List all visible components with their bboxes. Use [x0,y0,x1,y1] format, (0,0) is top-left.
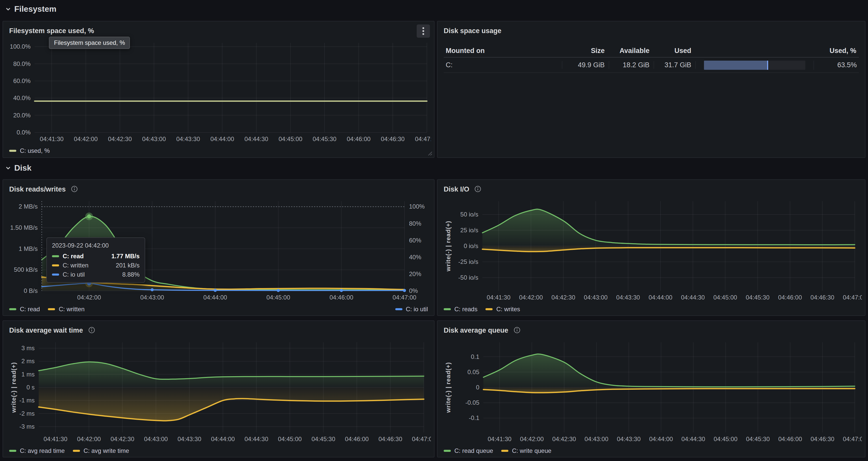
disk-average-wait-time-chart[interactable]: 04:41:3004:42:0004:42:3004:43:0004:43:30… [7,337,431,445]
svg-text:-25 io/s: -25 io/s [458,258,478,265]
panel-filesystem-space-used: Filesystem space used, % 04:41:3004:42:0… [3,21,435,158]
svg-text:04:47:00: 04:47:00 [843,294,862,301]
disk-average-queue-chart[interactable]: 04:41:3004:42:0004:42:3004:43:0004:43:30… [442,337,862,445]
info-icon[interactable] [71,185,78,192]
legend-item[interactable]: C: writes [486,306,520,313]
table-row[interactable]: C: 49.9 GiB 18.2 GiB 31.7 GiB 63.5% [444,58,859,73]
column-header-used-pct[interactable]: Used, % [814,47,859,54]
svg-text:-3 ms: -3 ms [19,423,35,430]
legend-label: C: read queue [454,447,493,454]
svg-text:04:42:30: 04:42:30 [111,435,134,442]
usage-bar-track [704,60,805,69]
svg-text:04:43:00: 04:43:00 [585,435,608,442]
svg-text:04:43:00: 04:43:00 [144,435,167,442]
svg-text:04:46:30: 04:46:30 [378,435,402,442]
chevron-down-icon [5,6,11,12]
section-header-disk[interactable]: Disk [5,163,32,173]
legend-item[interactable]: C: avg write time [73,447,129,454]
panel-title: Disk average queue [444,326,508,334]
svg-text:04:42:30: 04:42:30 [551,294,575,301]
svg-text:04:45:30: 04:45:30 [312,135,336,142]
legend-chip [9,450,16,452]
svg-text:04:47:00: 04:47:00 [415,135,431,142]
svg-text:04:47:00: 04:47:00 [393,294,416,301]
panel-resize-handle[interactable] [428,151,432,156]
info-icon[interactable] [474,185,482,192]
chevron-down-icon [5,165,11,171]
svg-text:0 B/s: 0 B/s [24,287,38,294]
tooltip-series-label: C: written [63,262,107,269]
svg-text:40%: 40% [409,254,421,260]
svg-text:50 io/s: 50 io/s [460,211,478,218]
legend-item[interactable]: C: read queue [444,447,493,454]
legend-item[interactable]: C: read [9,306,40,313]
svg-text:04:45:00: 04:45:00 [278,435,302,442]
svg-text:04:44:30: 04:44:30 [681,435,705,442]
tooltip-series-value: 201 kB/s [116,262,140,269]
tooltip-series-row: C: read1.77 MB/s [52,253,140,260]
info-icon[interactable] [88,327,95,334]
svg-text:04:44:30: 04:44:30 [245,135,268,142]
chart-legend: C: readsC: writes [438,303,865,318]
panel-header[interactable]: Disk space usage [438,21,865,38]
legend-chip [395,308,402,310]
legend-item[interactable]: C: reads [444,306,477,313]
panel-menu-button[interactable] [417,25,430,38]
svg-text:04:41:30: 04:41:30 [488,435,512,442]
legend-label: C: written [59,306,85,313]
tooltip-series-chip [52,274,59,276]
cell-used: 31.7 GiB [654,61,696,69]
section-header-filesystem[interactable]: Filesystem [5,5,56,14]
svg-text:04:46:30: 04:46:30 [381,135,404,142]
column-header-size[interactable]: Size [562,47,609,54]
chart-legend: C: avg read timeC: avg write time [3,445,434,460]
panel-title-tooltip: Filesystem space used, % [49,37,130,49]
column-header-available[interactable]: Available [609,47,654,54]
legend-chip [48,308,55,310]
legend-item[interactable]: C: written [48,306,85,313]
svg-text:04:45:30: 04:45:30 [746,435,770,442]
svg-text:04:41:30: 04:41:30 [43,435,67,442]
legend-item[interactable]: C: avg read time [9,447,65,454]
legend-label: C: writes [496,306,520,313]
panel-header[interactable]: Disk reads/writes [3,180,434,196]
svg-text:80.0%: 80.0% [13,60,31,67]
panel-header[interactable]: Disk average queue [438,321,865,337]
svg-text:-2 ms: -2 ms [19,410,35,417]
panel-header[interactable]: Disk average wait time [3,321,434,337]
legend-item[interactable]: C: write queue [501,447,551,454]
svg-text:04:42:00: 04:42:00 [519,294,543,301]
legend-item[interactable]: C: io util [395,306,428,313]
svg-text:25 io/s: 25 io/s [460,227,478,234]
svg-text:1 MB/s: 1 MB/s [19,245,38,252]
svg-text:write(-) | read(+): write(-) | read(+) [445,221,452,272]
panel-header[interactable]: Filesystem space used, % [3,21,434,38]
legend-chip [444,450,451,452]
legend-chip [9,308,16,310]
disk-io-chart[interactable]: 04:41:3004:42:0004:42:3004:43:0004:43:30… [442,196,862,303]
legend-chip [73,450,80,452]
chart-legend: C: read queueC: write queue [438,445,865,460]
svg-text:80%: 80% [409,220,421,227]
info-icon[interactable] [514,327,521,334]
svg-text:write(-) | read(+): write(-) | read(+) [445,362,452,413]
panel-header[interactable]: Disk I/O [438,180,865,196]
filesystem-space-used-chart[interactable]: 04:41:3004:42:0004:42:3004:43:0004:43:30… [7,38,431,145]
svg-text:04:44:00: 04:44:00 [648,294,672,301]
section-label: Filesystem [14,5,56,14]
svg-text:04:46:30: 04:46:30 [810,435,834,442]
svg-text:04:46:00: 04:46:00 [330,294,353,301]
svg-text:1.50 MB/s: 1.50 MB/s [10,224,38,231]
tooltip-timestamp: 2023-09-22 04:42:00 [52,242,140,249]
column-header-mounted-on[interactable]: Mounted on [444,47,562,54]
svg-text:04:47:00: 04:47:00 [843,435,862,442]
legend-item[interactable]: C: used, % [9,147,50,154]
tooltip-series-value: 1.77 MB/s [111,253,140,260]
svg-text:04:44:30: 04:44:30 [245,435,268,442]
cell-size: 49.9 GiB [562,61,609,69]
tooltip-series-label: C: read [63,253,103,260]
column-header-used[interactable]: Used [654,47,696,54]
svg-text:500 kB/s: 500 kB/s [14,266,38,273]
legend-label: C: used, % [20,147,50,154]
svg-text:04:43:30: 04:43:30 [176,135,200,142]
